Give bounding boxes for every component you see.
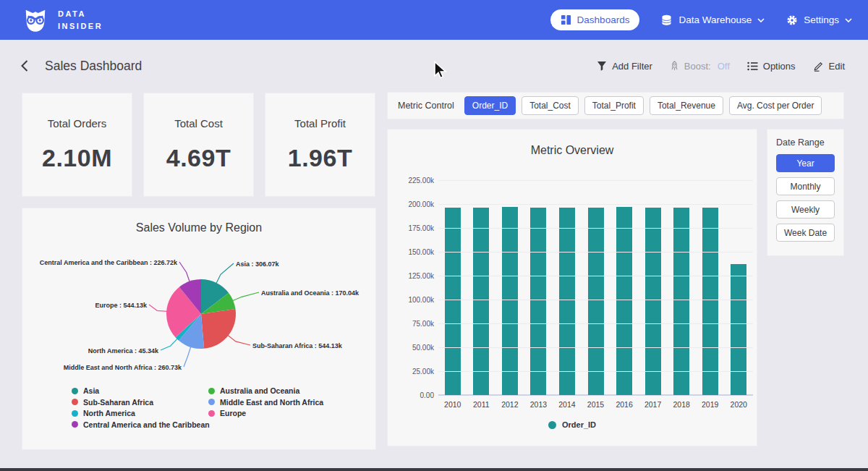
gridline bbox=[438, 371, 753, 372]
pie-label-central-america-and-the-caribbean: Central America and the Caribbean : 226.… bbox=[38, 259, 177, 266]
gridline bbox=[438, 204, 753, 205]
metric-overview-card: Metric Overview 0.0025.00k50.00k75.00k10… bbox=[387, 129, 757, 446]
metric-chip-total-profit[interactable]: Total_Profit bbox=[584, 96, 644, 115]
navbar-menu: Dashboards Data Warehouse bbox=[550, 9, 852, 30]
bar-2015[interactable] bbox=[588, 208, 604, 395]
pie-legend-asia[interactable]: Asia bbox=[72, 386, 99, 395]
bar-slot bbox=[553, 208, 582, 395]
date-range-buttons: YearMonthlyWeeklyWeek Date bbox=[776, 154, 835, 247]
date-range-monthly[interactable]: Monthly bbox=[776, 177, 835, 195]
bar-2016[interactable] bbox=[616, 207, 632, 395]
nav-dashboards-button[interactable]: Dashboards bbox=[550, 9, 640, 30]
nav-data-warehouse-button[interactable]: Data Warehouse bbox=[661, 14, 765, 26]
kpi-value: 2.10M bbox=[42, 144, 112, 172]
bar-chart-title: Metric Overview bbox=[388, 144, 757, 157]
legend-dot bbox=[72, 410, 78, 417]
bar-2014[interactable] bbox=[559, 208, 575, 395]
pie-legend-europe[interactable]: Europe bbox=[208, 409, 246, 417]
pie-connector-line bbox=[232, 292, 259, 301]
bar-chart-legend[interactable]: Order_ID bbox=[388, 420, 757, 429]
brand-text: DATA INSIDER bbox=[58, 8, 103, 32]
nav-settings-button[interactable]: Settings bbox=[786, 14, 852, 26]
metric-chip-total-cost[interactable]: Total_Cost bbox=[522, 96, 579, 115]
bar-2018[interactable] bbox=[673, 208, 689, 395]
boost-toggle[interactable]: Boost: Off bbox=[670, 61, 730, 72]
x-tick-label: 2010 bbox=[438, 400, 467, 409]
list-options-icon bbox=[747, 61, 758, 71]
back-button[interactable] bbox=[20, 59, 29, 72]
metric-chip-total-revenue[interactable]: Total_Revenue bbox=[650, 96, 723, 115]
date-range-year[interactable]: Year bbox=[776, 154, 835, 172]
bar-2010[interactable] bbox=[445, 208, 461, 395]
top-navbar: DATA INSIDER Dashboards D bbox=[0, 0, 868, 40]
date-range-label: Date Range bbox=[776, 137, 835, 148]
pie-legend-australia-and-oceania[interactable]: Australia and Oceania bbox=[208, 386, 299, 395]
legend-label: Europe bbox=[220, 409, 246, 417]
y-tick-label: 100.00k bbox=[392, 296, 434, 304]
metric-chip-group: Order_IDTotal_CostTotal_ProfitTotal_Reve… bbox=[464, 96, 822, 115]
pie-label-middle-east-and-north-africa: Middle East and North Africa : 260.73k bbox=[43, 364, 182, 371]
x-tick-label: 2020 bbox=[724, 400, 753, 409]
nav-data-warehouse-label: Data Warehouse bbox=[678, 14, 752, 25]
bar-2020[interactable] bbox=[731, 264, 746, 395]
legend-dot bbox=[548, 421, 556, 429]
x-tick-label: 2017 bbox=[639, 400, 668, 409]
pie-label-australia-and-oceania: Australia and Oceania : 170.04k bbox=[261, 289, 377, 297]
brand[interactable]: DATA INSIDER bbox=[22, 7, 103, 34]
pie-legend-sub-saharan-africa[interactable]: Sub-Saharan Africa bbox=[72, 398, 153, 407]
rocket-icon bbox=[670, 61, 679, 71]
pencil-icon bbox=[813, 61, 824, 72]
legend-label: Asia bbox=[83, 386, 99, 395]
pie-connector-line bbox=[149, 305, 167, 311]
pie-label-asia: Asia : 306.07k bbox=[236, 260, 344, 268]
gear-icon bbox=[786, 14, 798, 26]
metric-chip-order-id[interactable]: Order_ID bbox=[464, 96, 516, 115]
legend-dot bbox=[208, 388, 215, 394]
owl-logo-icon bbox=[22, 7, 49, 34]
pie-label-europe: Europe : 544.13k bbox=[46, 302, 147, 309]
x-tick-label: 2019 bbox=[696, 400, 725, 409]
pie-legend-middle-east-and-north-africa[interactable]: Middle East and North Africa bbox=[208, 398, 323, 407]
gridline bbox=[438, 180, 753, 181]
add-filter-button[interactable]: Add Filter bbox=[597, 61, 652, 72]
legend-label: Australia and Oceania bbox=[220, 386, 299, 395]
kpi-label: Total Profit bbox=[294, 117, 346, 130]
pie-legend-central-america-and-the-caribbean[interactable]: Central America and the Caribbean bbox=[72, 420, 210, 429]
options-button[interactable]: Options bbox=[747, 61, 796, 72]
gridline bbox=[438, 276, 753, 276]
sales-volume-card: Sales Volume by Region Asia : 306.07kAus… bbox=[22, 208, 376, 450]
bar-slot bbox=[667, 208, 696, 395]
app-window: DATA INSIDER Dashboards D bbox=[0, 0, 868, 471]
x-tick-label: 2015 bbox=[582, 400, 610, 409]
pie-slice-sub-saharan-africa[interactable] bbox=[201, 309, 236, 349]
bar-2017[interactable] bbox=[645, 208, 661, 395]
legend-label: North America bbox=[83, 409, 135, 417]
bar-2012[interactable] bbox=[502, 207, 518, 395]
legend-label: Sub-Saharan Africa bbox=[83, 398, 153, 407]
pie-connector-line bbox=[161, 339, 178, 350]
y-tick-label: 225.00k bbox=[392, 177, 434, 184]
gridline bbox=[438, 252, 753, 253]
date-range-weekly[interactable]: Weekly bbox=[776, 200, 835, 218]
bar-slot bbox=[724, 264, 753, 395]
filter-icon bbox=[597, 61, 607, 71]
bar-2011[interactable] bbox=[473, 208, 489, 395]
metric-control-label: Metric Control bbox=[398, 101, 454, 111]
page-title: Sales Dashboard bbox=[45, 59, 142, 74]
edit-label: Edit bbox=[829, 61, 845, 72]
options-label: Options bbox=[763, 61, 796, 72]
pie-label-sub-saharan-africa: Sub-Saharan Africa : 544.13k bbox=[252, 342, 375, 349]
edit-button[interactable]: Edit bbox=[813, 61, 845, 72]
pie-legend-north-america[interactable]: North America bbox=[72, 409, 135, 417]
metric-chip-avg-cost-per-order[interactable]: Avg. Cost per Order bbox=[729, 96, 822, 115]
gridline bbox=[438, 228, 753, 229]
pie-connector-line bbox=[228, 335, 250, 345]
pie-connector-line bbox=[184, 347, 191, 367]
bar-plot bbox=[438, 180, 753, 395]
date-range-week-date[interactable]: Week Date bbox=[776, 224, 835, 242]
legend-dot bbox=[208, 410, 215, 417]
bar-2013[interactable] bbox=[530, 208, 546, 395]
date-range-panel: Date Range YearMonthlyWeeklyWeek Date bbox=[767, 129, 844, 256]
y-tick-label: 25.00k bbox=[392, 368, 434, 375]
bar-2019[interactable] bbox=[702, 208, 718, 395]
